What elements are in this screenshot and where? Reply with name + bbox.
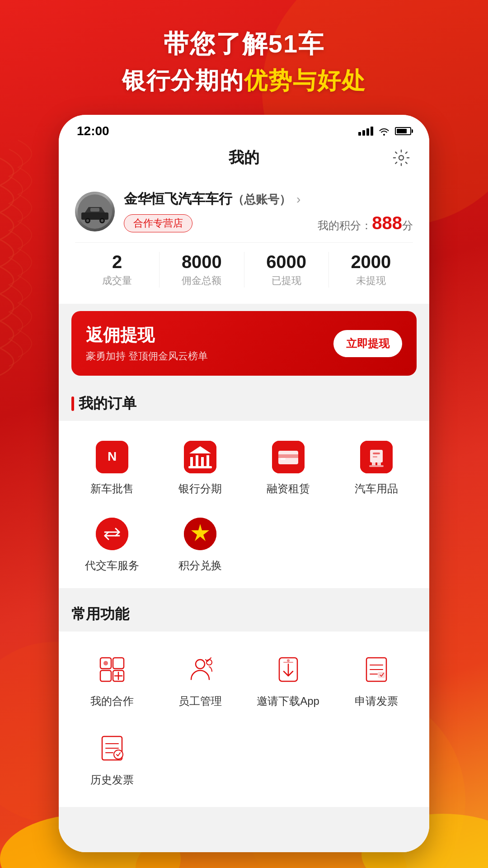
history-invoice-icon <box>94 730 130 766</box>
svg-text:N: N <box>107 449 116 463</box>
svg-point-27 <box>96 518 128 550</box>
feature-label-invite: 邀请下载App <box>257 694 319 708</box>
svg-rect-15 <box>188 466 212 468</box>
feature-label-cooperation: 我的合作 <box>90 694 134 708</box>
status-bar: 12:00 <box>59 115 429 140</box>
order-grid: N 新车批售 <box>68 430 420 584</box>
settings-button[interactable] <box>391 148 411 168</box>
orders-section-title: 我的订单 <box>79 394 136 414</box>
feature-item-invoice[interactable]: 申请发票 <box>332 641 420 719</box>
svg-point-5 <box>86 219 89 222</box>
svg-point-34 <box>103 661 108 665</box>
chevron-right-icon: › <box>296 192 300 207</box>
features-grid: 我的合作 员工管理 <box>68 641 420 798</box>
svg-point-6 <box>101 219 103 222</box>
svg-point-35 <box>196 660 205 669</box>
header-line2: 银行分期的优势与好处 <box>0 65 488 97</box>
order-item-finance[interactable]: 融资租赁 <box>244 430 332 507</box>
profile-name-row: 金华恒飞汽车车行（总账号） › <box>124 190 413 208</box>
header-line2-highlight: 优势与好处 <box>244 67 366 94</box>
badge-row: 合作专营店 我的积分：888分 <box>124 213 413 233</box>
partner-badge: 合作专营店 <box>124 214 192 232</box>
new-car-icon: N <box>94 439 130 475</box>
avatar-car-image <box>78 194 112 229</box>
svg-point-38 <box>287 659 290 662</box>
points-display: 我的积分：888分 <box>318 213 413 233</box>
profile-name: 金华恒飞汽车车行（总账号） <box>124 190 291 208</box>
header-line2-normal: 银行分期的 <box>122 67 244 94</box>
gear-icon <box>393 149 410 166</box>
svg-rect-24 <box>369 465 384 467</box>
cooperation-icon <box>94 651 130 688</box>
order-label-car-parts: 汽车用品 <box>355 481 398 496</box>
profile-top: 金华恒飞汽车车行（总账号） › 合作专营店 我的积分：888分 <box>75 190 413 233</box>
svg-rect-19 <box>280 458 286 460</box>
signal-icon <box>358 127 373 136</box>
stat-transactions-value: 2 <box>75 252 159 272</box>
svg-rect-22 <box>372 462 375 465</box>
finance-icon <box>270 439 306 475</box>
svg-point-36 <box>206 660 212 665</box>
stat-withdrawn-value: 6000 <box>244 252 328 272</box>
order-label-new-car: 新车批售 <box>90 481 134 496</box>
order-item-points[interactable]: 积分兑换 <box>156 507 244 584</box>
stat-commission: 8000 佣金总额 <box>160 252 244 288</box>
feature-item-cooperation[interactable]: 我的合作 <box>68 641 156 719</box>
stat-withdrawn-label: 已提现 <box>244 274 328 288</box>
order-item-new-car[interactable]: N 新车批售 <box>68 430 156 507</box>
staff-icon <box>182 651 218 688</box>
order-item-trade[interactable]: 代交车服务 <box>68 507 156 584</box>
section-bar <box>71 396 74 411</box>
feature-label-invoice: 申请发票 <box>355 694 398 708</box>
profile-info: 金华恒飞汽车车行（总账号） › 合作专营店 我的积分：888分 <box>124 190 413 233</box>
svg-rect-26 <box>373 456 377 458</box>
orders-section-header: 我的订单 <box>59 385 429 421</box>
svg-rect-7 <box>90 208 99 212</box>
cashback-banner[interactable]: 返佣提现 豪勇加持 登顶佣金风云榜单 立即提现 <box>71 311 417 376</box>
stat-pending-value: 2000 <box>329 252 413 272</box>
svg-rect-32 <box>100 670 111 681</box>
withdraw-button[interactable]: 立即提现 <box>333 330 402 357</box>
svg-rect-11 <box>196 455 198 466</box>
svg-rect-23 <box>377 462 381 465</box>
stat-pending: 2000 未提现 <box>329 252 413 288</box>
order-label-trade: 代交车服务 <box>85 558 139 573</box>
order-item-bank[interactable]: 银行分期 <box>156 430 244 507</box>
order-item-car-parts[interactable]: 汽车用品 <box>332 430 420 507</box>
feature-item-staff[interactable]: 员工管理 <box>156 641 244 719</box>
banner-subtitle: 豪勇加持 登顶佣金风云榜单 <box>86 349 208 363</box>
status-icons <box>358 126 411 136</box>
bank-icon <box>182 439 218 475</box>
top-nav: 我的 <box>59 140 429 177</box>
features-card: 我的合作 员工管理 <box>59 632 429 807</box>
phone-frame: 12:00 我的 <box>59 115 429 852</box>
content-area: 金华恒飞汽车车行（总账号） › 合作专营店 我的积分：888分 2 <box>59 177 429 852</box>
svg-rect-25 <box>373 453 380 454</box>
points-icon <box>182 516 218 552</box>
battery-icon <box>395 127 411 135</box>
order-grid-card: N 新车批售 <box>59 421 429 588</box>
order-label-finance: 融资租赁 <box>267 481 310 496</box>
order-label-bank: 银行分期 <box>178 481 222 496</box>
svg-rect-10 <box>190 457 193 466</box>
header-line1: 带您了解51车 <box>0 27 488 61</box>
invite-icon <box>270 651 306 688</box>
stats-row: 2 成交量 8000 佣金总额 6000 已提现 2000 未提现 <box>75 242 413 291</box>
nav-title: 我的 <box>229 147 259 168</box>
stat-withdrawn: 6000 已提现 <box>244 252 329 288</box>
stat-commission-value: 8000 <box>160 252 244 272</box>
avatar[interactable] <box>75 192 115 231</box>
feature-item-invite[interactable]: 邀请下载App <box>244 641 332 719</box>
status-time: 12:00 <box>77 124 109 138</box>
svg-rect-18 <box>278 454 298 458</box>
svg-rect-12 <box>201 457 204 466</box>
stat-pending-label: 未提现 <box>329 274 413 288</box>
order-label-points: 积分兑换 <box>178 558 222 573</box>
feature-item-history-invoice[interactable]: 历史发票 <box>68 719 156 798</box>
stat-commission-label: 佣金总额 <box>160 274 244 288</box>
bottom-area <box>59 816 429 852</box>
svg-rect-13 <box>206 455 209 466</box>
stat-transactions-label: 成交量 <box>75 274 159 288</box>
banner-content: 返佣提现 豪勇加持 登顶佣金风云榜单 <box>86 324 208 363</box>
profile-card: 金华恒飞汽车车行（总账号） › 合作专营店 我的积分：888分 2 <box>59 177 429 304</box>
